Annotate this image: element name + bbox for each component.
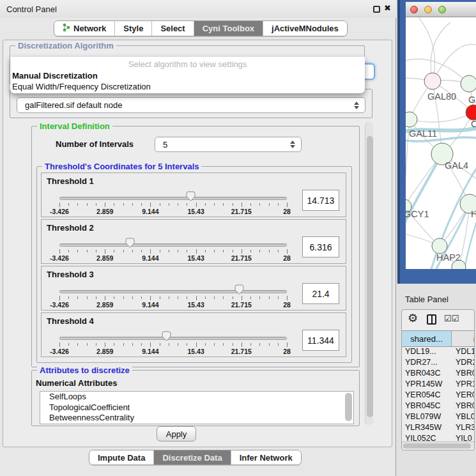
table-cell[interactable]: YBR043C <box>402 369 452 380</box>
attribute-list-scrollbar-thumb[interactable] <box>345 393 352 421</box>
table-cell[interactable]: YPR1 <box>452 380 475 390</box>
tick-mark <box>214 250 215 252</box>
table-cell[interactable]: YER054C <box>402 390 452 401</box>
threshold-value-field[interactable]: 14.713 <box>302 190 339 211</box>
column-header-name[interactable]: na <box>452 331 475 346</box>
tick-mark <box>77 343 78 346</box>
tab-infer-network[interactable]: Infer Network <box>231 450 301 464</box>
tick-mark <box>242 203 242 207</box>
table-cell[interactable]: YBL079W <box>402 412 452 423</box>
attribute-list-item[interactable]: SelfLoops <box>40 392 353 403</box>
attribute-list-item[interactable]: BetweennessCentrality <box>40 413 353 424</box>
network-node[interactable] <box>406 112 417 127</box>
tick-mark <box>150 342 151 347</box>
float-window-icon[interactable] <box>373 6 380 13</box>
node-label: H <box>471 209 476 219</box>
table-cell[interactable]: YBL0 <box>452 412 475 423</box>
table-cell[interactable]: YBR0 <box>452 401 475 412</box>
algorithm-option[interactable]: Manual Discretization <box>12 70 363 81</box>
tab-label: Infer Network <box>240 453 293 463</box>
threshold-slider-thumb[interactable] <box>186 191 196 201</box>
tick-mark <box>114 250 114 252</box>
algorithm-option[interactable]: Equal Width/Frequency Discretization <box>12 81 363 92</box>
table-hscrollbar-track[interactable] <box>402 441 474 449</box>
table-cell[interactable]: YDR2 <box>452 358 475 369</box>
table-cell[interactable]: YDR27... <box>402 358 452 369</box>
node-label: GA <box>468 95 476 105</box>
threshold-value-field[interactable]: 6.316 <box>302 236 339 257</box>
scale-tick-label: 9.144 <box>142 301 158 309</box>
main-scrollbar-thumb[interactable] <box>367 136 373 417</box>
tick-mark <box>169 203 169 206</box>
tick-mark <box>123 203 124 206</box>
main-scrollbar-track[interactable] <box>365 122 373 425</box>
table-cell[interactable]: YBR045C <box>402 401 452 412</box>
network-node[interactable] <box>424 73 441 89</box>
gear-icon[interactable]: ⚙ <box>408 311 418 325</box>
tab-cyni-toolbox[interactable]: Cyni Toolbox <box>194 21 263 36</box>
table-row[interactable]: YIL052CYIL0 <box>402 434 475 441</box>
tab-jactivemnodules[interactable]: jActiveMNodules <box>263 21 347 36</box>
attribute-list-item[interactable]: TopologicalCoefficient <box>40 403 353 413</box>
table-cell[interactable]: YER0 <box>452 390 475 401</box>
threshold-slider-track[interactable] <box>59 337 287 340</box>
table-row[interactable]: YDL19...YDL1 <box>402 347 475 358</box>
algorithm-hint-option[interactable]: Select algorithm to view settings <box>10 59 365 69</box>
table-cell[interactable]: YLR3 <box>452 423 475 434</box>
threshold-value-field[interactable]: 21.4 <box>302 283 339 304</box>
minimize-traffic-light-icon[interactable] <box>424 6 432 13</box>
tab-network[interactable]: Network <box>54 21 115 36</box>
tab-style[interactable]: Style <box>115 21 152 36</box>
table-cell[interactable]: YPR145W <box>402 380 452 390</box>
threshold-row: Threshold 4-3.4262.8599.14415.4321.71528… <box>41 312 346 357</box>
table-hscrollbar-thumb[interactable] <box>403 443 471 449</box>
table-row[interactable]: YPR145WYPR1 <box>402 380 475 390</box>
tick-mark <box>123 250 124 252</box>
table-cell[interactable]: YIL052C <box>402 434 452 441</box>
table-cell[interactable]: YDL1 <box>452 347 475 358</box>
network-node[interactable] <box>432 238 447 254</box>
scale-tick-label: 28 <box>283 208 291 215</box>
column-header-shared-name[interactable]: shared... <box>402 331 452 346</box>
threshold-slider-track[interactable] <box>59 290 287 293</box>
tick-mark <box>223 296 224 299</box>
close-traffic-light-icon[interactable] <box>410 6 418 13</box>
threshold-value-field[interactable]: 11.344 <box>302 330 339 351</box>
tab-impute-data[interactable]: Impute Data <box>89 450 154 464</box>
apply-button[interactable]: Apply <box>157 426 196 441</box>
threshold-row: Threshold 3-3.4262.8599.14415.4321.71528… <box>41 266 346 311</box>
table-cell[interactable]: YIL0 <box>452 434 472 441</box>
table-data-combo[interactable]: galFiltered.sif default node <box>17 97 365 113</box>
node-label: HAP2 <box>436 252 461 263</box>
table-cell[interactable]: YDL19... <box>402 347 452 358</box>
table-cell[interactable]: YLR345W <box>402 423 452 434</box>
tab-discretize-data[interactable]: Discretize Data <box>154 450 231 464</box>
table-row[interactable]: YER054CYER0 <box>402 390 475 401</box>
table-row[interactable]: YBR045CYBR0 <box>402 401 475 412</box>
tick-mark <box>214 203 215 206</box>
table-row[interactable]: YBR043CYBR0 <box>402 369 475 380</box>
tick-mark <box>287 342 288 347</box>
table-cell[interactable]: YBR0 <box>452 369 475 380</box>
table-row[interactable]: YBL079WYBL0 <box>402 412 475 423</box>
threshold-slider-track[interactable] <box>59 243 287 247</box>
network-node[interactable] <box>461 75 476 92</box>
threshold-slider-thumb[interactable] <box>234 284 244 295</box>
close-icon[interactable]: ✖ <box>384 3 391 13</box>
tab-select[interactable]: Select <box>152 21 194 36</box>
network-canvas[interactable]: GAL80GACGAL11GAL4GCY1HHAP2 <box>406 17 476 269</box>
table-row[interactable]: YDR27...YDR2 <box>402 358 475 369</box>
tick-mark <box>105 203 105 207</box>
num-intervals-spinner[interactable]: 5 <box>155 137 302 152</box>
threshold-slider-thumb[interactable] <box>162 331 171 341</box>
table-row[interactable]: YLR345WYLR3 <box>402 423 475 434</box>
scale-tick-label: -3.426 <box>50 301 69 309</box>
checked-boxes-icon[interactable]: ☑☑ <box>444 314 459 323</box>
threshold-slider-thumb[interactable] <box>125 238 135 248</box>
tick-mark <box>141 250 142 252</box>
threshold-slider-track[interactable] <box>59 197 287 200</box>
tick-mark <box>269 250 270 252</box>
zoom-traffic-light-icon[interactable] <box>438 6 446 13</box>
split-columns-icon[interactable] <box>427 314 436 325</box>
tab-label: Cyni Toolbox <box>203 24 254 33</box>
